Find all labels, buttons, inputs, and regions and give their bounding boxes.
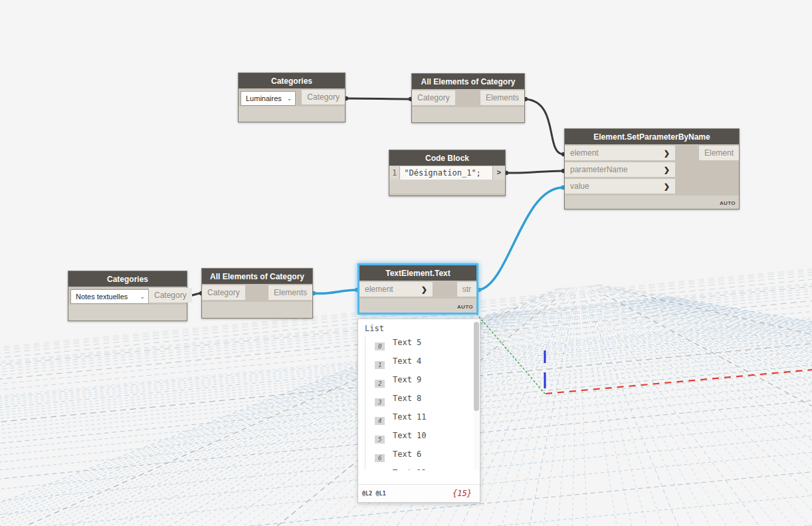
dynamo-canvas[interactable]: { "canvas": { "background": "#f5f5f5" },… <box>0 0 812 526</box>
chevron-down-icon: ⌄ <box>140 293 145 300</box>
output-port-category[interactable]: Category <box>302 90 345 104</box>
node-code-block[interactable]: Code Block 1 "Désignation_1"; > <box>389 150 506 196</box>
list-item: 5Text 10 <box>358 428 473 447</box>
list-item-value: Text 8 <box>393 394 421 403</box>
port-label: element <box>365 284 393 295</box>
list-item-value: Text 11 <box>393 412 427 422</box>
port-chevron-icon: ❯ <box>664 148 670 158</box>
output-port-str[interactable]: str <box>457 282 476 297</box>
preview-scrollbar-thumb[interactable] <box>474 322 479 411</box>
dropdown-value: Notes textuelles <box>76 293 128 301</box>
node-categories-bottom[interactable]: Categories Notes textuelles ⌄ Category <box>68 271 187 321</box>
node-title[interactable]: Code Block <box>389 150 505 166</box>
node-footer: AUTO <box>565 196 739 209</box>
node-set-parameter-by-name[interactable]: Element.SetParameterByName element ❯ par… <box>564 128 740 209</box>
node-footer <box>389 180 505 194</box>
preview-footer: @L2 @L1 {15} <box>358 484 480 502</box>
categories-dropdown[interactable]: Notes textuelles ⌄ <box>70 289 149 304</box>
list-item-index: 3 <box>375 398 385 406</box>
node-title[interactable]: All Elements of Category <box>412 74 524 89</box>
node-title[interactable]: Categories <box>239 73 345 88</box>
code-block-output-port[interactable]: > <box>492 166 505 180</box>
node-footer <box>68 305 187 321</box>
list-item-index: 6 <box>375 454 385 462</box>
node-footer <box>239 106 345 122</box>
list-item: 7Text 13 <box>358 465 473 470</box>
input-port-value[interactable]: value ❯ <box>565 179 675 194</box>
categories-dropdown[interactable]: Luminaires ⌄ <box>241 91 296 106</box>
list-item-value: Text 9 <box>393 375 421 384</box>
output-port-element[interactable]: Element <box>699 146 739 160</box>
chevron-down-icon: ⌄ <box>287 95 292 102</box>
code-editor[interactable]: "Désignation_1"; <box>400 166 492 180</box>
preview-item-count: {15} <box>453 489 472 498</box>
port-chevron-icon: ❯ <box>664 181 670 192</box>
preview-list-header: List <box>358 319 480 333</box>
list-item: 6Text 6 <box>358 447 473 465</box>
input-port-element[interactable]: element ❯ <box>359 282 433 297</box>
node-title[interactable]: Categories <box>68 271 187 287</box>
list-item: 2Text 9 <box>358 372 473 391</box>
list-item-value: Text 10 <box>393 431 427 440</box>
output-port-elements[interactable]: Elements <box>480 90 524 105</box>
list-item-value: Text 4 <box>393 356 421 366</box>
list-item-value: Text 13 <box>393 468 427 470</box>
node-title[interactable]: Element.SetParameterByName <box>565 129 739 144</box>
node-title[interactable]: TextElement.Text <box>359 265 476 281</box>
node-categories-top[interactable]: Categories Luminaires ⌄ Category <box>238 72 346 122</box>
output-port-category[interactable]: Category <box>149 288 192 303</box>
port-chevron-icon: ❯ <box>664 164 670 175</box>
port-chevron-icon: ❯ <box>421 284 427 295</box>
node-preview-bubble[interactable]: List 0Text 51Text 42Text 93Text 84Text 1… <box>357 319 480 503</box>
port-label: parameterName <box>570 164 628 175</box>
node-all-elements-bottom[interactable]: All Elements of Category Category Elemen… <box>201 268 313 319</box>
node-footer <box>202 302 312 318</box>
list-item: 0Text 5 <box>358 335 473 354</box>
node-footer <box>412 107 524 122</box>
list-item-index: 5 <box>375 436 385 444</box>
preview-items: 0Text 51Text 42Text 93Text 84Text 115Tex… <box>358 335 473 470</box>
list-item: 4Text 11 <box>358 410 473 428</box>
list-item-value: Text 5 <box>393 338 421 347</box>
node-title[interactable]: All Elements of Category <box>202 269 312 284</box>
input-port-category[interactable]: Category <box>412 90 455 105</box>
dropdown-value: Luminaires <box>246 94 282 102</box>
port-label: value <box>570 181 589 192</box>
list-item-index: 1 <box>375 361 385 369</box>
list-item: 3Text 8 <box>358 391 473 410</box>
input-port-parameter-name[interactable]: parameterName ❯ <box>565 162 675 177</box>
node-text-element-text[interactable]: TextElement.Text element ❯ str AUTO <box>357 263 478 315</box>
list-item-index: 2 <box>375 380 385 388</box>
node-footer: AUTO <box>359 299 476 313</box>
input-port-category[interactable]: Category <box>202 285 245 300</box>
port-label: element <box>570 148 599 158</box>
preview-levels-label: @L2 @L1 <box>362 491 386 497</box>
list-item: 1Text 4 <box>358 354 473 372</box>
output-port-elements[interactable]: Elements <box>268 285 312 300</box>
input-port-element[interactable]: element ❯ <box>565 146 675 160</box>
list-item-index: 4 <box>375 417 385 425</box>
lacing-indicator: AUTO <box>720 200 736 206</box>
code-line-number: 1 <box>389 166 400 180</box>
list-item-value: Text 6 <box>393 450 421 459</box>
node-all-elements-top[interactable]: All Elements of Category Category Elemen… <box>411 73 525 123</box>
lacing-indicator: AUTO <box>457 304 473 310</box>
list-item-index: 0 <box>375 342 385 350</box>
